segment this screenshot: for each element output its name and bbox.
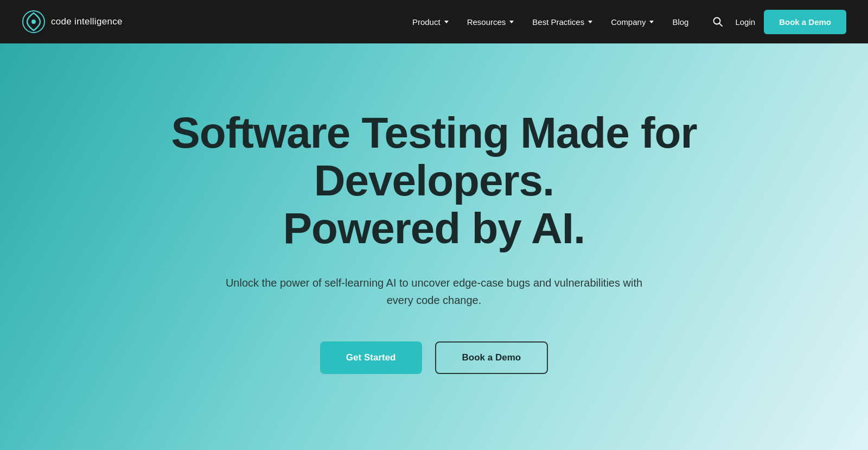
search-icon (712, 16, 723, 27)
hero-cta-group: Get Started Book a Demo (136, 341, 732, 374)
brand-name: code intelligence (51, 16, 123, 27)
search-button[interactable] (709, 13, 726, 30)
hero-title: Software Testing Made for Developers. Po… (136, 109, 732, 252)
svg-point-1 (31, 20, 36, 24)
nav-link-company[interactable]: Company (603, 13, 661, 31)
svg-line-3 (719, 23, 722, 26)
nav-link-product[interactable]: Product (405, 13, 456, 31)
chevron-down-icon (509, 21, 514, 23)
login-link[interactable]: Login (735, 17, 755, 27)
chevron-down-icon (444, 21, 449, 23)
hero-content: Software Testing Made for Developers. Po… (136, 109, 732, 374)
nav-item-company[interactable]: Company (603, 13, 661, 31)
book-demo-hero-button[interactable]: Book a Demo (435, 341, 548, 374)
nav-actions: Login Book a Demo (709, 10, 846, 34)
hero-section: Software Testing Made for Developers. Po… (0, 43, 868, 450)
chevron-down-icon (649, 21, 654, 23)
nav-item-blog[interactable]: Blog (665, 13, 696, 31)
nav-links: Product Resources Best Practices Company (405, 13, 697, 31)
nav-link-blog[interactable]: Blog (665, 13, 696, 31)
get-started-button[interactable]: Get Started (320, 341, 422, 374)
nav-item-product[interactable]: Product (405, 13, 456, 31)
logo-link[interactable]: code intelligence (22, 10, 123, 34)
logo-icon (22, 10, 46, 34)
chevron-down-icon (588, 21, 592, 23)
nav-item-best-practices[interactable]: Best Practices (525, 13, 600, 31)
hero-subtitle: Unlock the power of self-learning AI to … (217, 274, 651, 309)
navbar: code intelligence Product Resources Best… (0, 0, 868, 43)
book-demo-nav-button[interactable]: Book a Demo (764, 10, 846, 34)
nav-link-resources[interactable]: Resources (459, 13, 522, 31)
nav-item-resources[interactable]: Resources (459, 13, 522, 31)
nav-link-best-practices[interactable]: Best Practices (525, 13, 600, 31)
